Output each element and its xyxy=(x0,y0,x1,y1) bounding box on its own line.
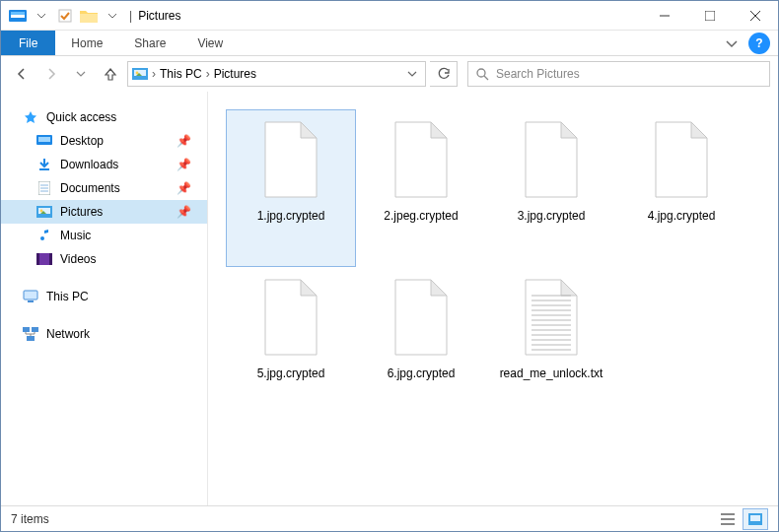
svg-point-11 xyxy=(136,72,139,75)
file-item[interactable]: 5.jpg.crypted xyxy=(226,267,356,425)
file-icon xyxy=(390,278,453,357)
svg-point-23 xyxy=(40,210,43,213)
details-view-button[interactable] xyxy=(715,508,741,530)
sidebar-item-downloads[interactable]: Downloads 📌 xyxy=(1,153,207,176)
pin-icon: 📌 xyxy=(177,158,191,171)
address-bar[interactable]: › This PC › Pictures xyxy=(127,61,426,87)
desktop-icon xyxy=(36,133,52,149)
svg-rect-15 xyxy=(38,137,50,142)
help-icon[interactable]: ? xyxy=(748,33,770,54)
quick-access-toolbar xyxy=(1,5,123,27)
svg-rect-45 xyxy=(721,518,735,520)
sidebar-item-pictures[interactable]: Pictures 📌 xyxy=(1,200,207,224)
back-button[interactable] xyxy=(9,61,35,87)
navigation-pane: Quick access Desktop 📌 Downloads 📌 Docum… xyxy=(1,92,208,505)
svg-rect-6 xyxy=(705,11,715,21)
item-count: 7 items xyxy=(11,512,49,526)
sidebar-item-label: Videos xyxy=(60,252,96,266)
close-button[interactable] xyxy=(733,1,778,31)
file-name: read_me_unlock.txt xyxy=(496,366,607,380)
music-icon xyxy=(36,228,52,243)
svg-rect-3 xyxy=(59,10,71,22)
window-title: Pictures xyxy=(138,9,180,23)
pin-icon: 📌 xyxy=(177,181,191,195)
sidebar-item-label: Pictures xyxy=(60,205,103,219)
svg-line-13 xyxy=(484,76,488,80)
large-icons-view-button[interactable] xyxy=(743,508,768,530)
minimize-button[interactable] xyxy=(642,1,687,31)
videos-icon xyxy=(36,251,52,267)
chevron-right-icon[interactable]: › xyxy=(150,67,158,81)
pictures-icon xyxy=(36,204,52,220)
network-icon xyxy=(23,326,38,342)
downloads-icon xyxy=(36,157,52,172)
svg-rect-31 xyxy=(27,336,35,341)
maximize-button[interactable] xyxy=(687,1,733,31)
sidebar-item-music[interactable]: Music xyxy=(1,224,207,247)
file-tab[interactable]: File xyxy=(1,31,55,55)
sidebar-item-label: Documents xyxy=(60,181,120,195)
tab-home[interactable]: Home xyxy=(55,31,118,55)
sidebar-item-label: This PC xyxy=(46,290,89,303)
explorer-icon[interactable] xyxy=(7,5,29,27)
file-item[interactable]: 4.jpg.crypted xyxy=(616,109,746,267)
file-item[interactable]: 3.jpg.crypted xyxy=(486,109,616,267)
chevron-down-icon[interactable] xyxy=(403,69,421,79)
svg-rect-2 xyxy=(11,12,25,15)
tab-view[interactable]: View xyxy=(181,31,239,55)
chevron-right-icon[interactable]: › xyxy=(204,67,212,81)
sidebar-this-pc[interactable]: This PC xyxy=(1,285,207,308)
file-name: 2.jpeg.crypted xyxy=(380,209,461,223)
sidebar-item-label: Desktop xyxy=(60,134,104,148)
breadcrumb-this-pc[interactable]: This PC xyxy=(160,67,202,81)
search-icon xyxy=(474,66,490,82)
sidebar-item-label: Downloads xyxy=(60,158,118,171)
chevron-down-icon[interactable] xyxy=(31,5,52,27)
file-icon xyxy=(259,120,322,199)
folder-icon[interactable] xyxy=(78,5,100,27)
svg-rect-16 xyxy=(39,168,49,170)
file-icon xyxy=(520,120,583,199)
properties-icon[interactable] xyxy=(54,5,76,27)
title-bar: | Pictures xyxy=(1,1,778,31)
forward-button[interactable] xyxy=(38,61,64,87)
file-name: 1.jpg.crypted xyxy=(253,209,329,223)
search-input[interactable] xyxy=(496,67,763,81)
sidebar-item-label: Network xyxy=(46,327,90,341)
file-icon xyxy=(390,120,453,199)
breadcrumb-pictures[interactable]: Pictures xyxy=(214,67,256,81)
documents-icon xyxy=(36,180,52,196)
sidebar-network[interactable]: Network xyxy=(1,322,207,346)
sidebar-item-desktop[interactable]: Desktop 📌 xyxy=(1,129,207,153)
main-area: Quick access Desktop 📌 Downloads 📌 Docum… xyxy=(1,92,778,505)
sidebar-item-videos[interactable]: Videos xyxy=(1,247,207,271)
sidebar-quick-access[interactable]: Quick access xyxy=(1,105,207,129)
this-pc-icon xyxy=(23,289,38,304)
svg-rect-28 xyxy=(28,300,34,302)
recent-locations-button[interactable] xyxy=(68,61,94,87)
svg-rect-44 xyxy=(721,513,735,515)
file-item[interactable]: 1.jpg.crypted xyxy=(226,109,356,267)
sidebar-item-label: Quick access xyxy=(46,110,116,124)
file-item[interactable]: read_me_unlock.txt xyxy=(486,267,616,425)
tab-share[interactable]: Share xyxy=(118,31,181,55)
sidebar-item-label: Music xyxy=(60,229,91,242)
svg-rect-30 xyxy=(32,327,38,332)
chevron-down-icon[interactable] xyxy=(102,5,123,27)
refresh-button[interactable] xyxy=(430,61,458,87)
file-name: 6.jpg.crypted xyxy=(384,366,460,380)
svg-rect-4 xyxy=(80,14,98,23)
sidebar-item-documents[interactable]: Documents 📌 xyxy=(1,176,207,200)
svg-rect-46 xyxy=(721,523,735,525)
file-icon xyxy=(650,120,713,199)
up-button[interactable] xyxy=(98,61,123,87)
collapse-ribbon-icon[interactable] xyxy=(717,31,746,55)
file-item[interactable]: 2.jpeg.crypted xyxy=(356,109,486,267)
pin-icon: 📌 xyxy=(177,134,191,148)
search-box[interactable] xyxy=(467,61,770,87)
navigation-bar: › This PC › Pictures xyxy=(1,56,778,92)
text-file-icon xyxy=(520,278,583,357)
file-icon xyxy=(259,278,322,357)
file-item[interactable]: 6.jpg.crypted xyxy=(356,267,486,425)
file-grid[interactable]: 1.jpg.crypted2.jpeg.crypted3.jpg.crypted… xyxy=(208,92,778,505)
